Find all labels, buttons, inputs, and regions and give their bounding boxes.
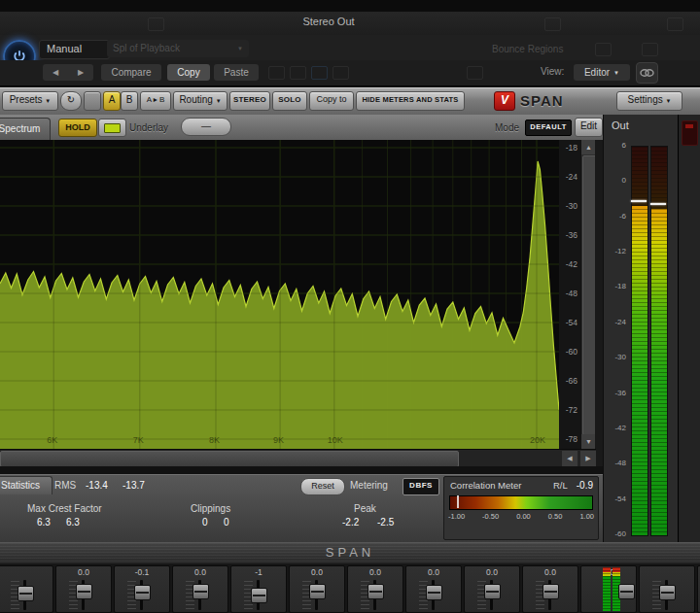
span-plugin-window: Stereo Out Manual Spl of Playback ▼ Boun… [0,0,700,613]
underlay-selector[interactable]: — [181,118,231,136]
plugin-footer-bar: SPAN [0,542,700,565]
tab-statistics[interactable]: Statistics [0,476,52,494]
routing-label: Routing [179,94,212,105]
clippings-value-left: 0 [202,517,208,528]
dim-icon[interactable] [642,43,658,56]
gear-icon[interactable] [467,66,483,80]
db-tick-label: -78 [566,434,578,444]
horizontal-scroll-thumb[interactable] [0,451,459,467]
preset-name-field[interactable]: Manual [39,40,110,59]
meter-scale-label: 0 [603,176,626,185]
solo-button[interactable]: SOLO [272,91,307,111]
fader-handle[interactable] [368,584,384,599]
unlit-overlay [651,147,667,209]
spectrum-enable-button[interactable] [98,119,126,137]
meter-scale-label: -48 [603,459,626,467]
disabled-dropdown[interactable]: Spl of Playback ▼ [107,40,249,57]
ab-slot-a-button[interactable]: A [103,91,121,111]
divider [0,466,603,474]
ab-slot-b-button[interactable]: B [121,91,138,111]
dim-icon[interactable] [148,17,164,31]
correlation-marker [457,495,459,508]
scroll-up-button[interactable]: ▲ [581,140,596,154]
mixer-channel-strip: 0.0 [405,565,462,613]
horizontal-scrollbar[interactable]: ◀ ▶ [0,449,596,467]
peak-value-right: -2.5 [377,517,394,528]
correlation-title: Correlation Meter [450,480,521,491]
corr-scale-label: -1.00 [448,512,465,521]
undo-history-button[interactable]: ↻ [60,91,82,111]
dim-icon[interactable] [595,43,612,56]
link-window-button[interactable] [636,62,658,84]
freq-tick-label: 10K [328,435,343,445]
metering-mode-button[interactable]: DBFS [402,478,439,495]
channel-gain-value: 0.0 [465,567,519,577]
routing-dropdown[interactable]: Routing ▼ [173,91,228,111]
db-tick-label: -24 [566,172,578,182]
peak-value-left: -2.2 [342,517,359,528]
mixer-channel-strip: 0.0 [172,565,228,613]
mixer-channel-strip: 0.0 [580,565,637,613]
rms-value-left: -13.4 [86,480,108,491]
fader-handle[interactable] [542,584,559,599]
scroll-left-button[interactable]: ◀ [562,451,578,466]
host-right-strip [678,115,700,563]
fader-handle[interactable] [251,588,267,603]
fader-handle[interactable] [484,584,501,599]
fader-handle[interactable] [134,585,151,600]
crest-value-left: 6.3 [37,517,51,528]
fader-handle[interactable] [426,585,442,600]
reset-button[interactable]: Reset [300,478,345,495]
fader-handle[interactable] [76,584,92,599]
copy-to-button[interactable]: Copy to [309,91,354,111]
vertical-scrollbar[interactable]: ▲ ▼ [580,140,596,449]
copy-button[interactable]: Copy [167,64,210,81]
dim-icon[interactable] [667,17,683,31]
channel-gain-value: 0.0 [523,567,578,577]
settings-dropdown[interactable]: Settings ▼ [616,91,682,111]
fader-handle[interactable] [309,584,326,599]
spectrum-display[interactable]: 6K7K8K9K10K20K [0,140,559,449]
channel-gain-value: 0.0 [290,567,344,577]
compare-button[interactable]: Compare [101,64,161,81]
mixer-channel-strip [639,565,695,613]
db-tick-label: -30 [566,201,578,211]
a-to-b-copy-button[interactable]: A ▸ B [140,91,171,111]
fader-handle[interactable] [618,584,635,599]
fader-handle[interactable] [659,585,676,600]
fader-handle[interactable] [18,586,34,601]
blank-slot-button[interactable] [84,91,101,111]
dim-icon[interactable] [290,66,306,80]
dim-icon[interactable] [332,66,349,80]
chain-link-icon [640,68,654,78]
edit-mode-button[interactable]: Edit [575,118,603,137]
dim-icon[interactable] [311,66,328,80]
rms-label: RMS [54,480,76,491]
channel-gain-value: -0.1 [115,567,169,577]
dim-icon[interactable] [544,17,561,31]
db-tick-label: -18 [566,143,578,153]
presets-dropdown[interactable]: Presets ▼ [2,91,58,111]
panel-seam [595,140,603,466]
freq-tick-label: 20K [530,435,545,445]
prev-preset-button[interactable]: ◀ [52,68,58,77]
paste-button[interactable]: Paste [214,64,259,81]
view-dropdown-value: Editor [584,67,610,78]
db-tick-label: -54 [566,318,578,327]
fader-handle[interactable] [192,584,209,599]
scroll-right-button[interactable]: ▶ [580,451,596,466]
preset-nav: ◀ ▶ [43,64,93,81]
mixer-channel-strip: 0.0 [55,565,112,613]
db-tick-label: -48 [566,289,578,298]
scroll-down-button[interactable]: ▼ [581,434,596,449]
hold-button[interactable]: HOLD [58,119,97,137]
level-meter-left [631,146,648,536]
next-preset-button[interactable]: ▶ [78,68,84,77]
hide-meters-button[interactable]: HIDE METERS AND STATS [356,91,465,111]
stereo-button[interactable]: STEREO [229,91,270,111]
tab-spectrum[interactable]: Spectrum [0,118,51,141]
dim-icon[interactable] [268,66,285,80]
view-dropdown[interactable]: Editor ▼ [574,64,630,81]
meter-scale-label: -6 [603,212,626,221]
mode-selector[interactable]: DEFAULT [525,119,572,136]
